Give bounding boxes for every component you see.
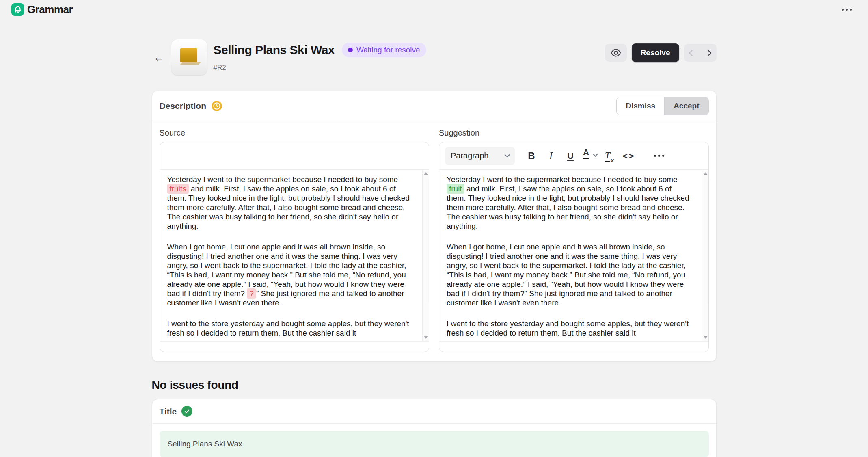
more-options-icon[interactable] [650, 147, 667, 165]
document-ref: #R2 [214, 64, 426, 72]
top-bar: Grammar [0, 0, 868, 19]
preview-button[interactable] [605, 44, 627, 62]
source-editor: Yesterday I went to the supermarket beca… [160, 142, 430, 352]
chevron-down-icon [505, 152, 510, 158]
text-color-a-icon: A [583, 147, 589, 159]
status-badge: Waiting for resolve [342, 43, 426, 57]
underline-button[interactable]: U [562, 147, 579, 165]
editor-paragraph: I went to the store yesterday and bought… [447, 319, 690, 338]
next-button[interactable] [700, 44, 717, 62]
suggestion-label: Suggestion [439, 128, 709, 138]
issues-heading: No issues found [152, 379, 717, 392]
more-menu-icon[interactable] [840, 5, 853, 14]
title-card: Title Selling Plans Ski Wax [152, 399, 717, 457]
accept-button[interactable]: Accept [664, 97, 708, 115]
page-title: Selling Plans Ski Wax [214, 43, 335, 57]
clear-formatting-button[interactable]: T x [601, 147, 618, 165]
app-logo: Grammar [11, 3, 73, 16]
chevron-left-icon [689, 50, 695, 56]
app-name: Grammar [27, 3, 73, 16]
product-thumbnail [171, 39, 207, 75]
code-view-button[interactable]: <> [620, 147, 637, 165]
chevron-right-icon [705, 50, 712, 56]
pending-clock-icon [211, 100, 222, 112]
check-circle-icon [181, 406, 192, 417]
paragraph-style-select[interactable]: Paragraph [445, 147, 515, 165]
editor-paragraph: I went to the store yesterday and bought… [167, 319, 410, 338]
suggestion-editor: Paragraph B I U A T x [439, 142, 709, 352]
grammar-logo-icon [11, 3, 24, 16]
source-label: Source [160, 128, 430, 138]
status-dot-icon [348, 48, 353, 52]
scroll-up-icon[interactable] [424, 172, 428, 175]
dismiss-accept-group: Dismiss Accept [616, 97, 708, 115]
suggestion-scrollbar[interactable] [702, 170, 708, 341]
source-editor-header [160, 142, 429, 170]
suggestion-text-area[interactable]: Yesterday I went to the supermarket beca… [439, 170, 708, 341]
document-header: ← Selling Plans Ski Wax Waiting for reso… [152, 39, 717, 75]
description-card: Description Dismiss Accept Source Ye [152, 91, 717, 362]
paragraph-style-value: Paragraph [451, 151, 488, 160]
italic-button[interactable]: I [542, 147, 559, 165]
editor-toolbar: Paragraph B I U A T x [439, 142, 708, 170]
previous-button[interactable] [684, 44, 700, 62]
editor-paragraph: When I got home, I cut one apple and it … [167, 242, 410, 308]
chevron-down-icon [593, 152, 598, 157]
editor-paragraph: Yesterday I went to the supermarket beca… [167, 175, 410, 231]
highlighted-text: fruits [167, 184, 189, 194]
source-editor-footer [160, 341, 429, 352]
scroll-up-icon[interactable] [704, 172, 708, 175]
bold-button[interactable]: B [523, 147, 540, 165]
text-color-button[interactable]: A [581, 147, 598, 165]
highlighted-text: ? [247, 288, 256, 299]
back-button[interactable]: ← [152, 50, 166, 65]
editor-paragraph: When I got home, I cut one apple and it … [447, 242, 690, 308]
source-text-area[interactable]: Yesterday I went to the supermarket beca… [160, 170, 429, 341]
scroll-down-icon[interactable] [424, 336, 428, 339]
source-scrollbar[interactable] [422, 170, 429, 341]
description-heading: Description [160, 101, 207, 111]
title-input[interactable]: Selling Plans Ski Wax [160, 431, 709, 457]
pagination-group [684, 44, 717, 62]
resolve-button[interactable]: Resolve [632, 43, 679, 62]
dismiss-button[interactable]: Dismiss [617, 97, 664, 115]
suggestion-editor-footer [439, 341, 708, 352]
eye-icon [610, 47, 622, 58]
scroll-down-icon[interactable] [704, 336, 708, 339]
editor-paragraph: Yesterday I went to the supermarket beca… [447, 175, 690, 231]
title-field-label: Title [160, 407, 177, 416]
status-badge-label: Waiting for resolve [356, 45, 420, 54]
highlighted-text: fruit [447, 184, 464, 194]
wax-image [180, 48, 197, 62]
